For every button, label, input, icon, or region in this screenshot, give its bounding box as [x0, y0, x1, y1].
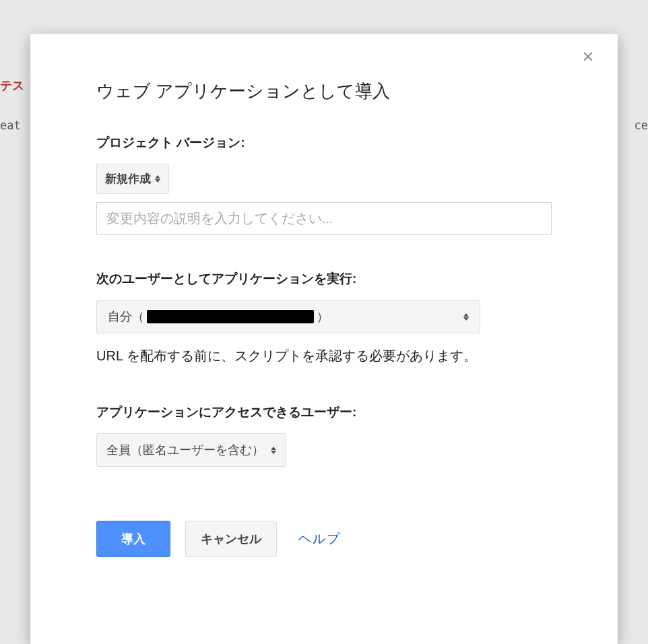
cancel-button[interactable]: キャンセル	[185, 521, 277, 557]
dialog-title: ウェブ アプリケーションとして導入	[96, 79, 552, 103]
caret-icon	[463, 313, 469, 321]
access-dropdown[interactable]: 全員（匿名ユーザーを含む）	[96, 433, 286, 467]
deploy-webapp-dialog: ウェブ アプリケーションとして導入 プロジェクト バージョン: 新規作成 次のユ…	[30, 34, 618, 644]
access-label: アプリケーションにアクセスできるユーザー:	[96, 404, 552, 421]
execute-as-label: 次のユーザーとしてアプリケーションを実行:	[96, 270, 552, 288]
version-label: プロジェクト バージョン:	[96, 134, 552, 152]
caret-icon	[155, 175, 160, 183]
dialog-button-row: 導入 キャンセル ヘルプ	[96, 521, 552, 557]
execute-as-dropdown[interactable]: 自分（ ）	[96, 300, 480, 333]
background-text: eat	[0, 119, 21, 132]
redacted-email	[147, 310, 314, 323]
background-text: テス	[0, 77, 24, 94]
version-section: プロジェクト バージョン: 新規作成	[96, 134, 552, 235]
deploy-button[interactable]: 導入	[96, 521, 170, 557]
execute-as-section: 次のユーザーとしてアプリケーションを実行: 自分（ ） URL を配布する前に、…	[96, 270, 552, 368]
access-section: アプリケーションにアクセスできるユーザー: 全員（匿名ユーザーを含む）	[96, 404, 552, 467]
version-dropdown-value: 新規作成	[105, 171, 151, 187]
caret-icon	[271, 447, 276, 454]
execute-as-value: 自分（ ）	[108, 309, 329, 325]
version-dropdown[interactable]: 新規作成	[96, 164, 169, 194]
authorize-info-text: URL を配布する前に、スクリプトを承認する必要があります。	[96, 343, 552, 368]
close-icon	[581, 49, 595, 64]
access-dropdown-value: 全員（匿名ユーザーを含む）	[106, 442, 264, 458]
help-link[interactable]: ヘルプ	[298, 530, 341, 548]
background-text: ce	[635, 119, 648, 132]
version-description-input[interactable]	[96, 202, 552, 235]
close-button[interactable]	[575, 43, 602, 70]
